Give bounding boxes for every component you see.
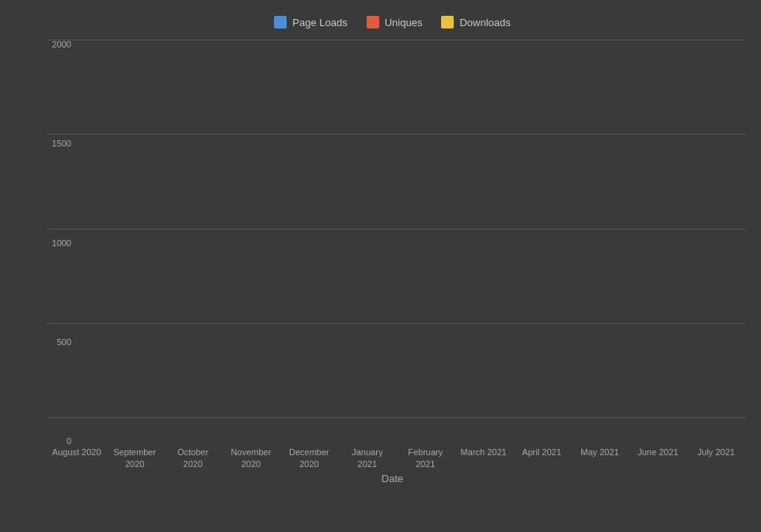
grid-lines [48,40,745,418]
legend-item-uniques: Uniques [367,16,423,28]
chart-legend: Page Loads Uniques Downloads [40,8,745,40]
x-label: July 2021 [687,446,745,469]
chart-container: Page Loads Uniques Downloads 20001500100… [0,0,761,532]
grid-line [48,134,745,135]
x-axis-labels: August 2020September2020October2020Novem… [48,446,745,469]
legend-label-downloads: Downloads [459,17,510,28]
x-label: December2020 [280,446,338,469]
legend-color-page-loads [274,16,287,28]
grid-line [48,417,745,418]
legend-label-uniques: Uniques [385,17,423,28]
x-label: March 2021 [455,446,512,469]
legend-label-page-loads: Page Loads [292,17,347,28]
legend-item-downloads: Downloads [441,16,510,28]
x-label: November2020 [222,446,280,469]
legend-color-downloads [441,16,454,28]
x-label: May 2021 [571,446,629,469]
x-label: September2020 [105,446,163,469]
grid-line [48,323,745,324]
grid-line [48,40,745,40]
legend-item-page-loads: Page Loads [274,16,347,28]
x-label: February2021 [397,446,455,469]
x-axis-title: Date [40,473,745,484]
legend-color-uniques [367,16,379,28]
x-label: October2020 [164,446,222,469]
grid-line [48,229,745,230]
x-label: April 2021 [512,446,570,469]
x-label: June 2021 [629,446,687,469]
x-label: August 2020 [48,446,105,469]
x-label: January2021 [338,446,396,469]
